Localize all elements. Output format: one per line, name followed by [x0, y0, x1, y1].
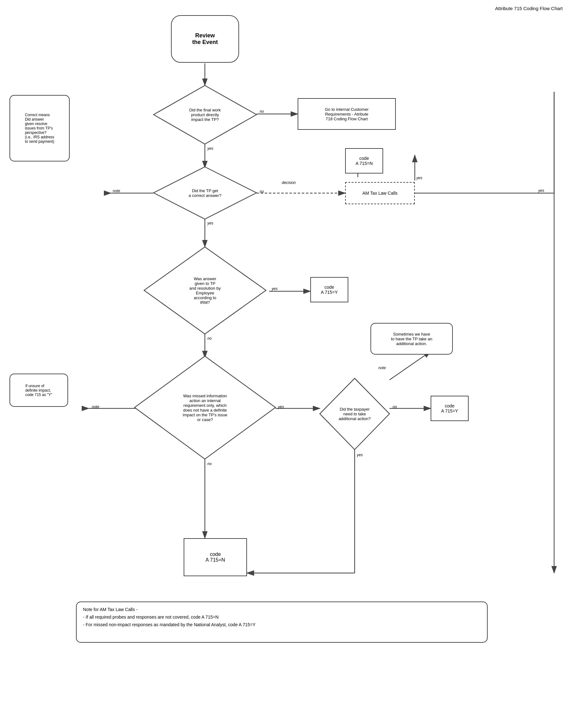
bottom-note-box: Note for AM Tax Law Calls - - If all req… — [76, 601, 487, 643]
note-sometimes: Sometimes we have to have the TP take an… — [370, 323, 453, 355]
diamond3-container: Was answer given to TP and resolution by… — [143, 245, 268, 336]
am-decision-yes-label: yes — [417, 176, 422, 180]
start-node: Review the Event — [171, 15, 239, 63]
note-sometimes-label: Sometimes we have to have the TP take an… — [391, 332, 432, 346]
diamond2-text: Did the TP get a correct answer? — [171, 175, 239, 211]
start-label: Review the Event — [192, 32, 218, 46]
flowchart-arrows — [0, 0, 588, 706]
diamond1-text: Did the final work product directly impa… — [169, 95, 241, 134]
box-715N-1: code A 715=N — [345, 148, 383, 173]
page-title: Attribute 715 Coding Flow Chart — [495, 6, 563, 11]
box-am: AM Tax Law Calls — [345, 182, 415, 204]
box-715N-2-label: code A 715=N — [205, 551, 225, 563]
box-718: Go to internal Customer Requirements - A… — [298, 98, 396, 130]
diamond2-container: Did the TP get a correct answer? — [152, 165, 258, 221]
note-unsure-label: If unsure of definite impact, code 715 a… — [25, 384, 52, 397]
diamond3-no-label: no — [207, 336, 211, 341]
diamond3-yes-label: yes — [272, 286, 278, 291]
note-correct: Correct means Did answer given resolve i… — [9, 95, 70, 161]
diamond5-container: Did the taxpayer need to take additional… — [318, 377, 391, 451]
box-718-label: Go to internal Customer Requirements - A… — [325, 107, 368, 121]
box-715Y-1: code A 715=Y — [310, 277, 348, 302]
note-correct-label: Correct means Did answer given resolve i… — [25, 113, 54, 144]
diamond4-note-label: note — [92, 404, 99, 409]
diamond5-text: Did the taxpayer need to take additional… — [327, 389, 382, 438]
diamond1-yes-label: yes — [207, 146, 213, 151]
box-am-label: AM Tax Law Calls — [362, 191, 397, 196]
diamond2-yes-label: yes — [207, 221, 213, 225]
diamond5-no-label: no — [393, 404, 397, 409]
box-715Y-2-label: code A 715=Y — [441, 403, 458, 414]
box-715N-2: code A 715=N — [184, 538, 247, 576]
diamond1-container: Did the final work product directly impa… — [152, 84, 258, 146]
bottom-note-label: Note for AM Tax Law Calls - - If all req… — [83, 607, 256, 627]
diamond1-no-label: no — [260, 109, 264, 114]
diamond5-note-label: note — [379, 366, 386, 370]
diamond4-no-label: no — [207, 462, 211, 466]
diamond5-yes-label: yes — [357, 453, 363, 457]
box-715Y-2: code A 715=Y — [431, 396, 469, 421]
note-unsure: If unsure of definite impact, code 715 a… — [9, 374, 68, 407]
am-yes-label: yes — [538, 188, 544, 193]
diamond4-text: Was missed information action an interna… — [154, 377, 257, 438]
diamond2-note-label: note — [113, 189, 120, 193]
svg-line-19 — [389, 351, 431, 380]
decision-label: decision — [282, 181, 296, 185]
diamond2-no-label: no — [260, 189, 264, 194]
diamond4-yes-label: yes — [278, 404, 284, 409]
box-715N-1-label: code A 715=N — [356, 156, 373, 166]
diamond3-text: Was answer given to TP and resolution by… — [161, 263, 248, 318]
box-715Y-1-label: code A 715=Y — [321, 285, 338, 295]
diamond4-container: Was missed information action an interna… — [133, 355, 277, 461]
